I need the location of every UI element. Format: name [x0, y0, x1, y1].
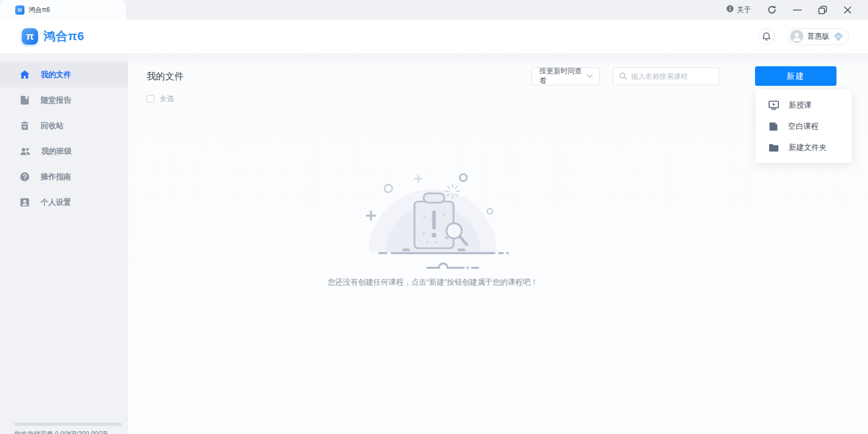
sidebar-item-my-files[interactable]: 我的文件: [0, 62, 128, 87]
page-title: 我的文件: [147, 70, 184, 83]
minimize-icon: [793, 5, 802, 14]
menu-item-blank-course[interactable]: 空白课程: [756, 116, 852, 137]
trash-icon: [20, 121, 30, 131]
window-controls: 关于: [726, 0, 852, 20]
maximize-button[interactable]: [818, 5, 827, 15]
new-button[interactable]: 新建: [755, 66, 836, 86]
user-account-button[interactable]: 普惠版: [788, 28, 850, 45]
sidebar-item-recycle-bin[interactable]: 回收站: [0, 113, 128, 139]
refresh-button[interactable]: [767, 5, 777, 15]
sidebar-item-class-reports[interactable]: 随堂报告: [0, 87, 128, 113]
app-header: π 鸿合π6 普惠版: [0, 20, 868, 53]
blank-document-icon: [768, 121, 779, 131]
empty-state-text: 您还没有创建任何课程，点击“新建”按钮创建属于您的课程吧！: [147, 278, 719, 287]
restore-icon: [818, 5, 827, 15]
titlebar: π 鸿合π6 关于: [0, 0, 868, 20]
search-input[interactable]: [631, 72, 713, 80]
app-logo: π 鸿合π6: [22, 28, 84, 45]
app-tab[interactable]: π 鸿合π6: [0, 0, 126, 20]
close-icon: [844, 6, 852, 14]
sort-dropdown[interactable]: 按更新时间查看: [531, 67, 600, 85]
search-icon: [619, 72, 627, 80]
about-button[interactable]: 关于: [726, 5, 751, 15]
menu-item-new-lesson[interactable]: 新授课: [756, 95, 852, 116]
empty-illustration: [351, 165, 514, 273]
help-icon: [20, 172, 30, 182]
sidebar-item-user-guide[interactable]: 操作指南: [0, 164, 128, 190]
notification-button[interactable]: [758, 28, 775, 45]
about-label: 关于: [737, 5, 751, 15]
minimize-button[interactable]: [793, 5, 802, 14]
empty-state: 您还没有创建任何课程，点击“新建”按钮创建属于您的课程吧！: [147, 165, 719, 287]
home-icon: [20, 70, 30, 80]
logo-text: 鸿合π6: [43, 28, 84, 45]
refresh-icon: [767, 5, 777, 15]
folder-icon: [768, 143, 779, 153]
search-box: [613, 67, 719, 85]
storage-text: 您的存储容量 0.00KB/200.00GB: [14, 430, 122, 434]
vip-diamond-icon: [834, 32, 843, 41]
storage-indicator: 您的存储容量 0.00KB/200.00GB: [14, 423, 122, 434]
users-icon: [20, 146, 30, 156]
tab-title: 鸿合π6: [29, 5, 50, 15]
storage-progress-bar: [14, 423, 122, 426]
logo-pi-icon: π: [22, 28, 38, 45]
new-menu: 新授课 空白课程 新建文件夹: [756, 90, 852, 163]
bell-icon: [762, 32, 771, 41]
user-plan-label: 普惠版: [808, 32, 830, 41]
info-icon: [726, 5, 734, 15]
app-icon: π: [15, 5, 24, 15]
sidebar: 我的文件 随堂报告 回收站 我的班级 操作指南 个人设置 您的存储容量 0.00…: [0, 53, 128, 434]
menu-item-new-folder[interactable]: 新建文件夹: [756, 137, 852, 158]
sidebar-item-my-classes[interactable]: 我的班级: [0, 139, 128, 164]
select-all-label: 全选: [160, 94, 174, 104]
video-lesson-icon: [768, 100, 779, 110]
select-all-checkbox[interactable]: [147, 95, 154, 103]
chevron-down-icon: [587, 74, 593, 78]
close-button[interactable]: [844, 6, 852, 14]
report-icon: [20, 95, 30, 105]
sidebar-item-personal-settings[interactable]: 个人设置: [0, 190, 128, 215]
avatar: [790, 30, 803, 43]
main-area: 我的文件 按更新时间查看 全选: [128, 53, 868, 434]
profile-card-icon: [20, 197, 30, 207]
